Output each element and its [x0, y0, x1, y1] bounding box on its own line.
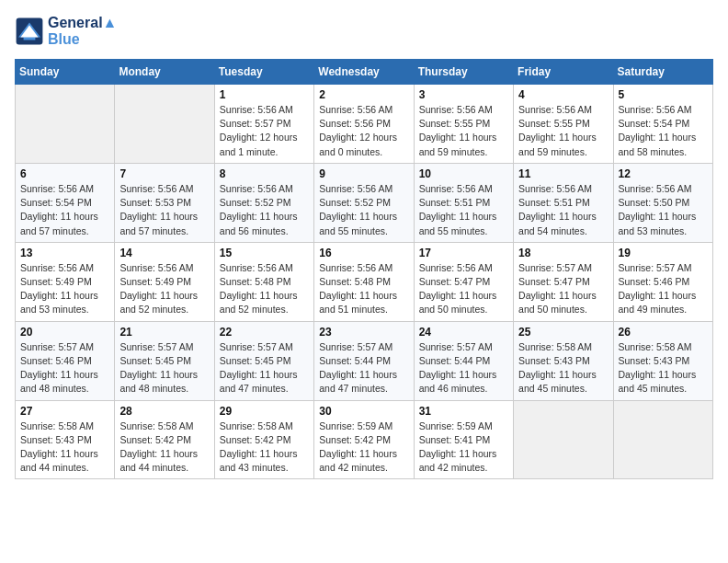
day-number: 13 — [20, 247, 109, 259]
col-header-sunday: Sunday — [16, 60, 115, 85]
day-info: Sunrise: 5:56 AM Sunset: 5:48 PM Dayligh… — [220, 261, 309, 317]
day-cell: 10Sunrise: 5:56 AM Sunset: 5:51 PM Dayli… — [414, 163, 513, 242]
day-info: Sunrise: 5:56 AM Sunset: 5:52 PM Dayligh… — [319, 182, 408, 238]
day-info: Sunrise: 5:56 AM Sunset: 5:51 PM Dayligh… — [419, 182, 508, 238]
day-cell: 9Sunrise: 5:56 AM Sunset: 5:52 PM Daylig… — [314, 163, 414, 242]
day-number: 29 — [220, 405, 309, 418]
logo-text: General▲ Blue — [48, 15, 117, 48]
day-cell — [514, 400, 613, 479]
day-number: 4 — [518, 88, 608, 101]
day-number: 26 — [619, 326, 708, 339]
col-header-thursday: Thursday — [414, 60, 513, 85]
day-number: 20 — [20, 326, 109, 339]
day-number: 7 — [119, 167, 209, 180]
day-info: Sunrise: 5:57 AM Sunset: 5:45 PM Dayligh… — [220, 340, 309, 396]
day-cell: 1Sunrise: 5:56 AM Sunset: 5:57 PM Daylig… — [214, 85, 313, 164]
day-cell: 19Sunrise: 5:57 AM Sunset: 5:46 PM Dayli… — [613, 242, 712, 321]
day-number: 17 — [419, 247, 508, 259]
day-info: Sunrise: 5:56 AM Sunset: 5:55 PM Dayligh… — [518, 103, 608, 159]
day-cell: 22Sunrise: 5:57 AM Sunset: 5:45 PM Dayli… — [214, 321, 313, 400]
day-cell: 11Sunrise: 5:56 AM Sunset: 5:51 PM Dayli… — [514, 163, 613, 242]
week-row-2: 6Sunrise: 5:56 AM Sunset: 5:54 PM Daylig… — [16, 163, 713, 242]
day-info: Sunrise: 5:56 AM Sunset: 5:56 PM Dayligh… — [319, 103, 408, 159]
col-header-tuesday: Tuesday — [214, 60, 313, 85]
day-number: 30 — [319, 405, 408, 418]
day-info: Sunrise: 5:56 AM Sunset: 5:54 PM Dayligh… — [619, 103, 708, 159]
day-info: Sunrise: 5:56 AM Sunset: 5:48 PM Dayligh… — [319, 261, 408, 317]
day-info: Sunrise: 5:56 AM Sunset: 5:55 PM Dayligh… — [419, 103, 508, 159]
day-number: 22 — [220, 326, 309, 339]
day-cell: 12Sunrise: 5:56 AM Sunset: 5:50 PM Dayli… — [613, 163, 712, 242]
day-info: Sunrise: 5:58 AM Sunset: 5:43 PM Dayligh… — [518, 340, 608, 396]
day-cell: 20Sunrise: 5:57 AM Sunset: 5:46 PM Dayli… — [16, 321, 115, 400]
day-info: Sunrise: 5:56 AM Sunset: 5:54 PM Dayligh… — [20, 182, 109, 238]
day-number: 24 — [419, 326, 508, 339]
week-row-4: 20Sunrise: 5:57 AM Sunset: 5:46 PM Dayli… — [16, 321, 713, 400]
day-number: 11 — [518, 167, 608, 180]
day-info: Sunrise: 5:57 AM Sunset: 5:47 PM Dayligh… — [518, 261, 608, 317]
col-header-friday: Friday — [514, 60, 613, 85]
day-cell: 5Sunrise: 5:56 AM Sunset: 5:54 PM Daylig… — [613, 85, 712, 164]
day-info: Sunrise: 5:56 AM Sunset: 5:53 PM Dayligh… — [119, 182, 209, 238]
day-number: 12 — [619, 167, 708, 180]
day-cell: 25Sunrise: 5:58 AM Sunset: 5:43 PM Dayli… — [514, 321, 613, 400]
day-cell: 16Sunrise: 5:56 AM Sunset: 5:48 PM Dayli… — [314, 242, 414, 321]
day-cell — [613, 400, 712, 479]
day-number: 5 — [619, 88, 708, 101]
day-cell: 6Sunrise: 5:56 AM Sunset: 5:54 PM Daylig… — [16, 163, 115, 242]
week-row-3: 13Sunrise: 5:56 AM Sunset: 5:49 PM Dayli… — [16, 242, 713, 321]
day-number: 23 — [319, 326, 408, 339]
day-cell: 3Sunrise: 5:56 AM Sunset: 5:55 PM Daylig… — [414, 85, 513, 164]
day-info: Sunrise: 5:56 AM Sunset: 5:49 PM Dayligh… — [119, 261, 209, 317]
day-cell: 17Sunrise: 5:56 AM Sunset: 5:47 PM Dayli… — [414, 242, 513, 321]
day-info: Sunrise: 5:56 AM Sunset: 5:50 PM Dayligh… — [619, 182, 708, 238]
day-number: 19 — [619, 247, 708, 259]
week-row-1: 1Sunrise: 5:56 AM Sunset: 5:57 PM Daylig… — [16, 85, 713, 164]
day-cell: 7Sunrise: 5:56 AM Sunset: 5:53 PM Daylig… — [115, 163, 214, 242]
logo-icon — [15, 17, 44, 46]
day-number: 9 — [319, 167, 408, 180]
day-number: 6 — [20, 167, 109, 180]
day-cell: 28Sunrise: 5:58 AM Sunset: 5:42 PM Dayli… — [115, 400, 214, 479]
day-number: 27 — [20, 405, 109, 418]
day-cell: 2Sunrise: 5:56 AM Sunset: 5:56 PM Daylig… — [314, 85, 414, 164]
day-cell: 26Sunrise: 5:58 AM Sunset: 5:43 PM Dayli… — [613, 321, 712, 400]
day-cell — [115, 85, 214, 164]
col-header-monday: Monday — [115, 60, 214, 85]
day-number: 15 — [220, 247, 309, 259]
calendar-table: SundayMondayTuesdayWednesdayThursdayFrid… — [15, 59, 713, 479]
day-cell: 4Sunrise: 5:56 AM Sunset: 5:55 PM Daylig… — [514, 85, 613, 164]
day-number: 8 — [220, 167, 309, 180]
day-cell: 14Sunrise: 5:56 AM Sunset: 5:49 PM Dayli… — [115, 242, 214, 321]
day-info: Sunrise: 5:57 AM Sunset: 5:45 PM Dayligh… — [119, 340, 209, 396]
col-header-wednesday: Wednesday — [314, 60, 414, 85]
day-number: 18 — [518, 247, 608, 259]
day-cell: 8Sunrise: 5:56 AM Sunset: 5:52 PM Daylig… — [214, 163, 313, 242]
day-cell: 24Sunrise: 5:57 AM Sunset: 5:44 PM Dayli… — [414, 321, 513, 400]
page-header: General▲ Blue — [15, 15, 713, 48]
day-cell: 13Sunrise: 5:56 AM Sunset: 5:49 PM Dayli… — [16, 242, 115, 321]
day-info: Sunrise: 5:56 AM Sunset: 5:51 PM Dayligh… — [518, 182, 608, 238]
day-info: Sunrise: 5:58 AM Sunset: 5:43 PM Dayligh… — [619, 340, 708, 396]
day-info: Sunrise: 5:58 AM Sunset: 5:42 PM Dayligh… — [220, 419, 309, 476]
day-cell — [16, 85, 115, 164]
week-row-5: 27Sunrise: 5:58 AM Sunset: 5:43 PM Dayli… — [16, 400, 713, 479]
day-info: Sunrise: 5:56 AM Sunset: 5:49 PM Dayligh… — [20, 261, 109, 317]
day-cell: 21Sunrise: 5:57 AM Sunset: 5:45 PM Dayli… — [115, 321, 214, 400]
day-number: 25 — [518, 326, 608, 339]
day-info: Sunrise: 5:59 AM Sunset: 5:41 PM Dayligh… — [419, 419, 508, 476]
day-cell: 18Sunrise: 5:57 AM Sunset: 5:47 PM Dayli… — [514, 242, 613, 321]
col-header-saturday: Saturday — [613, 60, 712, 85]
day-number: 10 — [419, 167, 508, 180]
day-cell: 30Sunrise: 5:59 AM Sunset: 5:42 PM Dayli… — [314, 400, 414, 479]
day-cell: 23Sunrise: 5:57 AM Sunset: 5:44 PM Dayli… — [314, 321, 414, 400]
day-info: Sunrise: 5:57 AM Sunset: 5:44 PM Dayligh… — [419, 340, 508, 396]
day-cell: 15Sunrise: 5:56 AM Sunset: 5:48 PM Dayli… — [214, 242, 313, 321]
day-info: Sunrise: 5:57 AM Sunset: 5:44 PM Dayligh… — [319, 340, 408, 396]
day-cell: 27Sunrise: 5:58 AM Sunset: 5:43 PM Dayli… — [16, 400, 115, 479]
day-number: 16 — [319, 247, 408, 259]
day-info: Sunrise: 5:59 AM Sunset: 5:42 PM Dayligh… — [319, 419, 408, 476]
day-number: 21 — [119, 326, 209, 339]
day-info: Sunrise: 5:56 AM Sunset: 5:47 PM Dayligh… — [419, 261, 508, 317]
day-number: 31 — [419, 405, 508, 418]
